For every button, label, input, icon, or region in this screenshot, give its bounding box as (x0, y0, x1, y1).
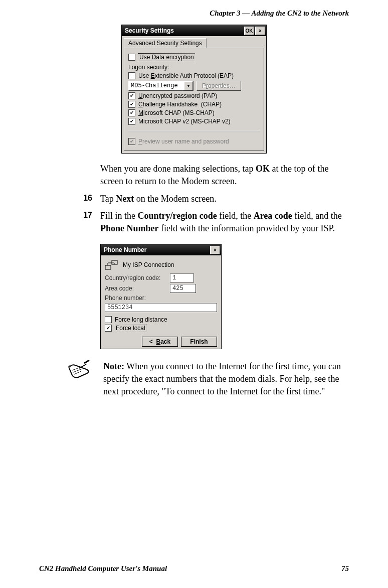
label-preview: Preview user name and password (138, 138, 229, 145)
label-data-encryption: Use Data encryption (138, 54, 195, 61)
finish-button[interactable]: Finish (181, 337, 217, 347)
back-button[interactable]: < Back (142, 337, 178, 347)
note-icon (67, 360, 91, 397)
checkbox-use-eap[interactable] (128, 72, 135, 79)
ok-button[interactable]: OK (244, 27, 254, 35)
eap-method-dropdown[interactable]: MD5-Challenge ▼ (128, 81, 193, 91)
dialog-title: Phone Number (104, 246, 209, 253)
checkbox-mschap[interactable]: ✔ (128, 109, 135, 116)
page-header: Chapter 3 — Adding the CN2 to the Networ… (0, 0, 388, 18)
label-chap: Challenge Handshake (CHAP) (138, 101, 222, 108)
step-17: 17 Fill in the Country/region code field… (39, 210, 349, 235)
paragraph-after-security: When you are done making selections, tap… (100, 163, 349, 188)
label-use-eap: Use Extensible Auth Protocol (EAP) (138, 72, 234, 79)
label-mschap2: Microsoft CHAP v2 (MS-CHAP v2) (138, 118, 231, 125)
footer-left: CN2 Handheld Computer User's Manual (39, 564, 167, 573)
properties-button: Properties… (197, 81, 241, 91)
country-code-field[interactable]: 1 (170, 273, 194, 282)
label-area: Area code: (105, 285, 170, 292)
dropdown-arrow-icon: ▼ (184, 81, 193, 90)
label-pap: Unencrypted password (PAP) (138, 92, 217, 99)
close-button[interactable]: × (210, 246, 220, 254)
note: Note: When you connect to the Internet f… (39, 360, 349, 397)
label-logon-security: Logon security: (128, 64, 169, 71)
phone-number-dialog: Phone Number × My ISP Connection Country… (100, 244, 222, 349)
page-number: 75 (341, 564, 349, 573)
checkbox-force-local[interactable]: ✔ (105, 325, 112, 332)
connection-name: My ISP Connection (123, 261, 174, 268)
checkbox-chap[interactable]: ✔ (128, 101, 135, 108)
label-mschap: Microsoft CHAP (MS-CHAP) (138, 109, 215, 116)
label-country: Country/region code: (105, 274, 170, 281)
label-phone: Phone number: (105, 295, 170, 302)
label-force-long: Force long distance (115, 316, 167, 323)
tab-advanced-security[interactable]: Advanced Security Settings (124, 38, 207, 48)
svg-rect-0 (105, 265, 111, 269)
security-settings-dialog: Security Settings OK × Advanced Security… (121, 25, 267, 154)
connection-icon (105, 259, 118, 270)
phone-number-field[interactable]: 5551234 (105, 303, 217, 312)
area-code-field[interactable]: 425 (170, 284, 196, 293)
checkbox-mschap2[interactable]: ✔ (128, 118, 135, 125)
dialog-title: Security Settings (125, 27, 243, 34)
label-force-local: Force local (115, 325, 146, 332)
checkbox-pap[interactable]: ✔ (128, 92, 135, 99)
checkbox-preview: ✔ (128, 138, 135, 145)
close-button[interactable]: × (255, 27, 265, 35)
step-16: 16 Tap Next on the Modem screen. (39, 193, 349, 205)
checkbox-force-long[interactable] (105, 316, 112, 323)
svg-line-2 (84, 360, 89, 363)
checkbox-data-encryption[interactable] (128, 54, 135, 61)
